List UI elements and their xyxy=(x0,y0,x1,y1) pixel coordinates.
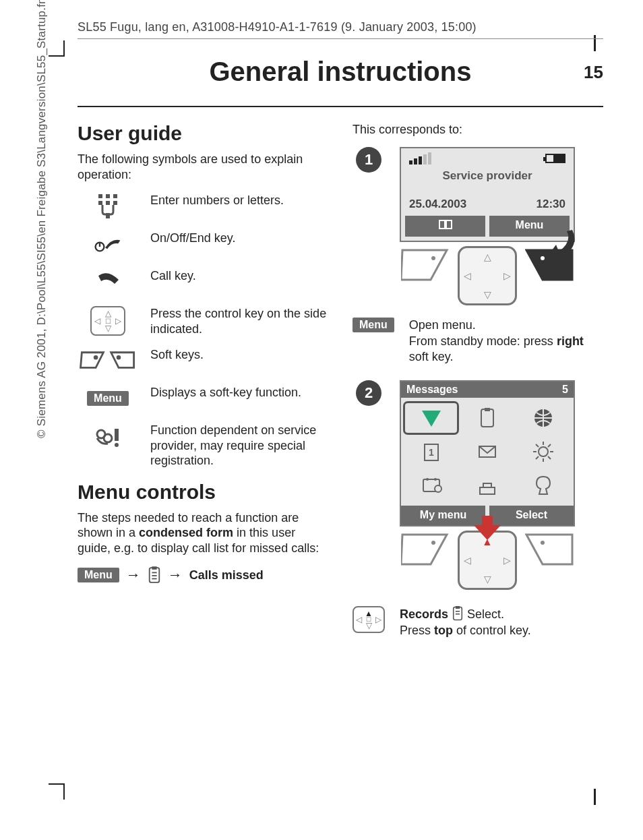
power-key-desc: On/Off/End key. xyxy=(150,231,328,246)
menu-chip: Menu xyxy=(353,318,394,332)
svg-point-28 xyxy=(539,447,548,456)
svg-rect-16 xyxy=(152,566,156,570)
time-label: 12:30 xyxy=(537,197,565,212)
svg-point-44 xyxy=(541,541,545,545)
page-title: General instructions xyxy=(78,57,603,87)
page-number: 15 xyxy=(584,62,603,83)
svg-rect-5 xyxy=(113,201,117,205)
svg-point-39 xyxy=(434,478,437,481)
control-key-icon: △ ▽ ◁ ▷ ☐ xyxy=(78,306,138,336)
svg-rect-46 xyxy=(456,606,460,609)
svg-rect-1 xyxy=(106,194,110,198)
path-target: Calls missed xyxy=(189,568,264,582)
heading-user-guide: User guide xyxy=(78,122,328,145)
svg-point-20 xyxy=(431,256,435,260)
highlight-arrow-icon xyxy=(539,229,579,269)
step-2-marker: 2 xyxy=(356,380,381,406)
svg-line-34 xyxy=(548,456,551,459)
keypad-desc: Enter numbers or letters. xyxy=(150,193,328,208)
soft-keys-desc: Soft keys. xyxy=(150,347,328,363)
menu-header-count: 5 xyxy=(562,383,568,397)
menu-item-records[interactable] xyxy=(405,403,457,433)
signal-icon xyxy=(409,154,431,164)
menu-item-messages[interactable] xyxy=(461,437,513,467)
control-cluster: △ ▽ ◁ ▷ xyxy=(400,246,575,307)
svg-point-14 xyxy=(115,443,119,447)
svg-point-12 xyxy=(104,434,112,442)
svg-point-43 xyxy=(431,541,435,545)
power-key-icon xyxy=(78,231,138,258)
arrow-icon: → xyxy=(168,566,183,584)
from-standby-text: From standby mode: press right soft key. xyxy=(409,334,603,365)
records-icon xyxy=(148,566,161,584)
records-icon xyxy=(452,606,464,621)
open-menu-text: Open menu. xyxy=(409,318,603,333)
crop-mark xyxy=(49,40,65,57)
call-key-desc: Call key. xyxy=(150,268,328,284)
battery-icon xyxy=(545,154,565,163)
menu-chip: Menu xyxy=(87,391,129,406)
svg-point-40 xyxy=(435,485,441,492)
control-key-desc: Press the control key on the side indica… xyxy=(150,306,328,336)
crop-mark xyxy=(49,783,65,800)
svg-line-36 xyxy=(536,456,539,459)
user-guide-intro: The following symbols are used to explai… xyxy=(78,152,328,182)
soft-keys-icon xyxy=(78,347,138,374)
svg-rect-3 xyxy=(98,201,102,205)
date-label: 25.04.2003 xyxy=(409,197,466,212)
control-key-up-icon: ▲ ▽ ◁ ▷ ☐ xyxy=(353,606,385,633)
title-rule xyxy=(78,106,603,107)
menu-path: Menu → → Calls missed xyxy=(78,566,328,584)
svg-line-35 xyxy=(548,444,551,447)
svg-rect-41 xyxy=(480,487,495,494)
svg-rect-0 xyxy=(98,194,102,198)
left-softkey-shape[interactable] xyxy=(401,533,450,567)
dpad[interactable]: △ ▽ ◁ ▷ xyxy=(458,246,517,305)
svg-rect-22 xyxy=(481,409,493,427)
svg-point-9 xyxy=(94,356,97,359)
svg-rect-4 xyxy=(106,201,110,205)
menu-item-extras[interactable] xyxy=(518,471,570,500)
crop-mark xyxy=(594,789,596,805)
corresponds-label: This corresponds to: xyxy=(353,122,603,138)
right-softkey-shape[interactable] xyxy=(525,533,574,567)
menu-header-title: Messages xyxy=(406,383,458,397)
records-select-line: Records Select. xyxy=(400,606,603,622)
heading-menu-controls: Menu controls xyxy=(78,481,328,504)
provider-label: Service provider xyxy=(405,169,570,183)
menu-chip: Menu xyxy=(78,568,119,582)
svg-line-33 xyxy=(536,444,539,447)
menu-item-camera[interactable] xyxy=(518,437,570,467)
menu-item-organiser[interactable] xyxy=(405,471,457,500)
left-softkey-shape[interactable] xyxy=(401,249,450,282)
svg-rect-42 xyxy=(483,483,491,487)
svg-rect-6 xyxy=(106,213,110,218)
svg-point-10 xyxy=(117,356,120,359)
svg-text:1: 1 xyxy=(429,447,434,458)
phone-standby-screen: Service provider 25.04.2003 12:30 Menu xyxy=(400,147,575,243)
left-softkey-phonebook[interactable] xyxy=(405,216,485,237)
svg-rect-23 xyxy=(485,408,490,411)
svg-rect-13 xyxy=(115,429,119,441)
menu-item-internet[interactable] xyxy=(518,403,570,433)
menu-softkey-icon: Menu xyxy=(78,385,138,412)
svg-rect-2 xyxy=(113,194,117,198)
provider-dependent-icon xyxy=(78,423,138,450)
keypad-icon xyxy=(78,193,138,220)
call-key-icon xyxy=(78,268,138,295)
menu-item-profiles[interactable] xyxy=(461,471,513,500)
running-head: SL55 Fugu, lang en, A31008-H4910-A1-1-76… xyxy=(78,20,603,39)
svg-point-38 xyxy=(426,478,429,481)
vertical-copyright: © Siemens AG 2001, D:\Pool\L55\SI55\en F… xyxy=(35,0,49,438)
step-1-marker: 1 xyxy=(356,147,381,173)
arrow-icon: → xyxy=(126,566,141,584)
phone-menu-screen: Messages 5 1 xyxy=(400,380,575,527)
menu-softkey-desc: Displays a soft-key function. xyxy=(150,385,328,400)
menu-controls-para: The steps needed to reach a function are… xyxy=(78,510,328,556)
menu-item-sim[interactable]: 1 xyxy=(405,437,457,467)
control-cluster: ▲ ▽ ◁ ▷ xyxy=(400,531,575,591)
press-top-line: Press top of control key. xyxy=(400,623,603,638)
provider-dependent-desc: Function dependent on service provider, … xyxy=(150,423,328,469)
menu-item-phonebook[interactable] xyxy=(461,403,513,433)
highlight-arrow-icon xyxy=(470,514,504,541)
